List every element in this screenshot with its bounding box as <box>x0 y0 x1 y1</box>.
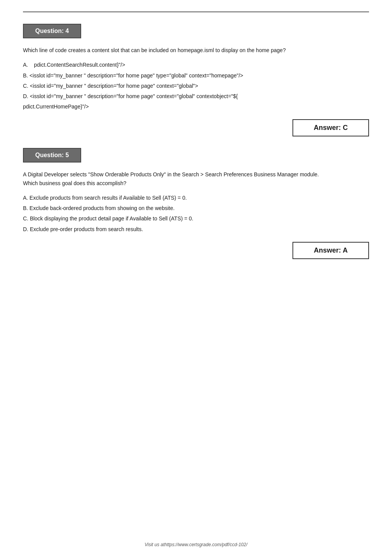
question-5-options: A. Exclude products from search results … <box>23 193 369 234</box>
question-4-option-d-cont: pdict.CurrentHomePage}"/> <box>23 102 369 112</box>
question-4-option-a-cont: pdict.ContentSearchResult.content}"/> <box>33 62 125 68</box>
question-5-text: A Digital Developer selects "Show Ordera… <box>23 170 369 187</box>
question-4-answer-container: Answer: C <box>23 119 369 136</box>
question-5-option-a: A. Exclude products from search results … <box>23 193 369 203</box>
question-5-answer-box: Answer: A <box>292 242 369 259</box>
question-4-option-c: C. <isslot id="my_banner " description="… <box>23 81 369 91</box>
question-4-text: Which line of code creates a content slo… <box>23 46 369 54</box>
question-4-option-d: D. <isslot id="my_banner " description="… <box>23 92 369 101</box>
page-footer: Visit us athttps://www.certsgrade.com/pd… <box>0 542 392 547</box>
question-5-option-d: D. Exclude pre-order products from searc… <box>23 225 369 234</box>
question-4-header: Question: 4 <box>23 24 81 38</box>
page-container: Question: 4 Which line of code creates a… <box>0 0 392 555</box>
question-4-answer-box: Answer: C <box>292 119 369 136</box>
question-5-option-b: B. Exclude back-ordered products from sh… <box>23 204 369 213</box>
question-5-answer-container: Answer: A <box>23 242 369 259</box>
question-5-block: Question: 5 A Digital Developer selects … <box>23 148 369 259</box>
question-4-option-b: B. <isslot id="my_banner " description="… <box>23 71 369 80</box>
question-4-option-a: A. pdict.ContentSearchResult.content}"/> <box>23 60 369 70</box>
question-4-body: Which line of code creates a content slo… <box>23 47 286 53</box>
question-5-header: Question: 5 <box>23 148 81 163</box>
question-4-block: Question: 4 Which line of code creates a… <box>23 24 369 136</box>
question-4-options: A. pdict.ContentSearchResult.content}"/>… <box>23 60 369 112</box>
top-border <box>23 11 369 12</box>
question-5-option-c: C. Block displaying the product detail p… <box>23 214 369 223</box>
